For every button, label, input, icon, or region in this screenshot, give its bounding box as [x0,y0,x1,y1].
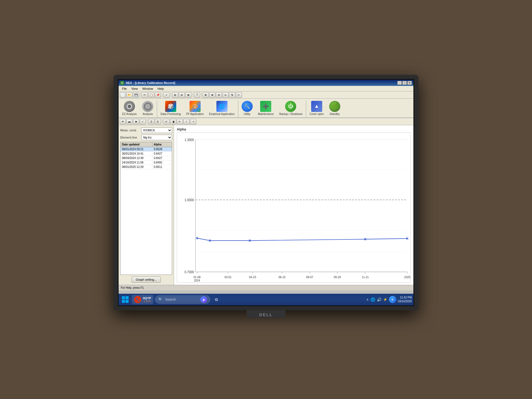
monitor-stand: DELL [247,310,285,318]
task-view-button[interactable]: ⧉ [212,295,221,304]
toolbar-btn-c[interactable]: ⊠ [185,92,191,98]
toolbar-new[interactable]: 📄 [120,92,126,98]
fp-application-button[interactable]: 🎨 FP Application [184,99,206,117]
window-title: NEX - [Library Calibration Record] [126,81,175,85]
standby-button[interactable]: 🌿 Standby [327,99,343,117]
utility-icon: 🔧 [242,101,253,112]
toolbar-btn-a[interactable]: ⊞ [172,92,178,98]
toolbar-btn-b[interactable]: ⊟ [179,92,185,98]
empirical-application-button[interactable]: 🌐 Empirical Application [206,99,237,117]
search-icon: 🔍 [158,297,163,302]
table-row[interactable]: 08/01/2024 09:21 0.8528 [121,147,172,152]
menu-window[interactable]: Window [140,86,155,91]
svg-text:08-07: 08-07 [306,275,313,279]
date-column-header: Date updated [121,142,152,147]
status-text: For Help, press F1 [121,286,144,289]
minimize-button[interactable]: _ [397,81,402,85]
monitor-screen: N NEX - [Library Calibration Record] _ □… [118,79,414,306]
menu-bar: File View Window Help [119,86,413,91]
empirical-application-label: Empirical Application [209,112,234,116]
menu-view[interactable]: View [129,86,140,91]
toolbar-btn-i[interactable]: ⊢ [236,92,242,98]
svg-rect-40 [122,300,125,303]
chart-title: Alpha [177,127,411,131]
maintenance-label: Maintenance [258,112,274,116]
date-cell: 08/01/2025 12:29 [121,165,152,169]
cover-open-button[interactable]: ▲ Cover open [307,99,326,117]
svg-rect-39 [126,296,129,299]
cortana-icon: ◉ [200,296,207,303]
maximize-button[interactable]: □ [402,81,407,85]
alpha-cell: 0.8511 [152,165,164,169]
graph-setting-button[interactable]: Graph setting... [132,277,161,283]
alpha-cell: 0.8427 [152,152,164,156]
volume-icon[interactable]: 🔊 [377,297,382,302]
data-processing-icon: 🎲 [165,101,176,112]
taskbar-app-avatar: 🐾 [134,296,141,303]
toolbar-cut[interactable]: ✂ [142,92,148,98]
utility-label: Utility [244,112,250,116]
monitor-outer: N NEX - [Library Calibration Record] _ □… [114,75,418,310]
svg-text:01-08: 01-08 [193,275,201,279]
svg-text:2024: 2024 [194,279,200,282]
toolbar-btn-g[interactable]: ⇔ [222,92,229,98]
sec-btn-d[interactable]: ✓ [140,119,146,124]
toolbar-btn-f[interactable]: ⊖ [216,92,222,98]
network-icon[interactable]: 🌐 [370,297,375,302]
svg-text:09-29: 09-29 [334,275,341,279]
toolbar-copy[interactable]: 📋 [148,92,154,98]
sec-btn-plus[interactable]: + [120,119,126,124]
maintenance-button[interactable]: ➕ Maintenance [255,99,276,117]
startup-shutdown-label: Startup / Shutdown [279,112,303,116]
battery-icon[interactable]: ⚡ [383,298,387,301]
table-row[interactable]: 24/10/2024 11:06 0.8492 [121,160,172,165]
toolbar-paste[interactable]: 📌 [155,92,161,98]
sec-btn-b[interactable]: ▬ [126,119,132,124]
taskbar-app-name: 0QYP [143,296,151,300]
sec-btn-h[interactable]: ◨ [170,119,176,124]
toolbar-btn-e[interactable]: ⊗ [209,92,215,98]
close-button[interactable]: ✕ [407,81,412,85]
taskbar-search-bar[interactable]: 🔍 Search ◉ [155,295,210,304]
svg-rect-38 [122,296,125,299]
sec-btn-g[interactable]: ⊬ [163,119,170,124]
menu-help[interactable]: Help [155,86,166,91]
table-row[interactable]: 08/04/2024 12:49 0.8427 [121,156,172,160]
sec-btn-i[interactable]: ⊩ [177,119,183,124]
element-line-select[interactable]: Mg-Kα [141,135,172,140]
table-row[interactable]: 08/01/2025 12:29 0.8511 [121,165,172,169]
time-display: 11:42 PM [398,296,412,300]
sec-btn-k[interactable]: ⊣ [190,119,196,124]
sec-btn-e[interactable]: ⊐ [148,119,154,124]
startup-shutdown-button[interactable]: ⏻ Startup / Shutdown [277,99,305,117]
date-cell: 08/01/2024 09:21 [121,147,152,151]
start-button[interactable] [120,295,130,305]
utility-button[interactable]: 🔧 Utility [239,99,255,117]
toolbar-open[interactable]: 📂 [126,92,132,98]
sec-btn-f[interactable]: ⊏ [155,119,161,124]
meas-cond-select[interactable]: RX9MCA [141,127,172,133]
svg-text:0.7000: 0.7000 [185,270,194,274]
graph-setting-btn-wrapper: Graph setting... [120,277,172,283]
taskbar-app-item[interactable]: 🐾 0QYP -1.22% [132,295,153,304]
toolbar-check[interactable]: ✓ [163,92,170,98]
chevron-up-icon[interactable]: ∧ [366,298,369,301]
ez-analysis-button[interactable]: EZ Analysis [120,99,139,117]
toolbar-sep4 [193,93,193,98]
analysis-button[interactable]: Analysis [139,99,156,117]
browser-icon[interactable]: e [389,296,396,303]
svg-rect-41 [126,300,129,303]
taskbar-app-sub: -1.22% [143,300,151,303]
svg-text:06-15: 06-15 [278,275,286,279]
sec-btn-j[interactable]: ⊦ [183,119,190,124]
toolbar-btn-d[interactable]: ⊕ [203,92,209,98]
main-feature-toolbar: EZ Analysis Analysis 🎲 Data Processing [119,99,413,118]
sec-btn-c[interactable]: ■ [133,119,139,124]
toolbar-help[interactable]: ? [194,92,200,98]
menu-file[interactable]: File [120,86,129,91]
ez-analysis-label: EZ Analysis [122,112,137,116]
toolbar-btn-h[interactable]: ⇅ [229,92,235,98]
table-row[interactable]: 30/01/2024 10:41 0.8427 [121,152,172,156]
toolbar-save[interactable]: 💾 [133,92,139,98]
data-processing-button[interactable]: 🎲 Data Processing [158,99,183,117]
